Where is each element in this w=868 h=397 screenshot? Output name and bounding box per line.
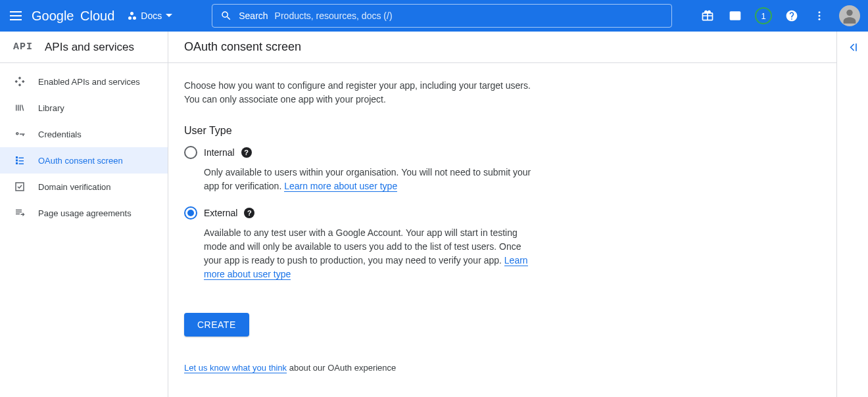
- sidebar-item-page-usage[interactable]: Page usage agreements: [0, 200, 168, 226]
- search-box[interactable]: Search: [212, 4, 672, 28]
- sidebar-item-enabled-apis[interactable]: Enabled APIs and services: [0, 68, 168, 95]
- sidebar: API APIs and services Enabled APIs and s…: [0, 32, 168, 397]
- content-body: Choose how you want to configure and reg…: [168, 63, 550, 388]
- collapse-icon[interactable]: [846, 41, 859, 56]
- avatar[interactable]: [839, 5, 860, 26]
- desc-external: Available to any test user with a Google…: [184, 226, 534, 281]
- main: OAuth consent screen Choose how you want…: [168, 32, 868, 397]
- collapse-panel: [836, 32, 868, 397]
- layout: API APIs and services Enabled APIs and s…: [0, 32, 868, 397]
- docs-dots-icon: [128, 11, 137, 20]
- radio-external[interactable]: [184, 206, 197, 220]
- link-internal-learn-more[interactable]: Learn more about user type: [284, 181, 397, 192]
- logo[interactable]: Google Cloud: [32, 9, 114, 24]
- feedback-row: Let us know what you think about our OAu…: [184, 363, 534, 373]
- feedback-link[interactable]: Let us know what you think: [184, 363, 287, 373]
- sidebar-item-label: Enabled APIs and services: [38, 77, 140, 87]
- chevron-down-icon: [166, 14, 172, 18]
- section-title: User Type: [184, 125, 534, 137]
- agreements-icon: [13, 206, 26, 220]
- svg-rect-4: [16, 183, 24, 191]
- cloud-shell-icon[interactable]: [727, 8, 743, 24]
- content-header: OAuth consent screen: [168, 32, 836, 63]
- search-input[interactable]: [275, 11, 664, 21]
- help-icon[interactable]: [784, 8, 800, 24]
- topbar-right: 1: [700, 5, 860, 26]
- docs-label: Docs: [141, 11, 162, 21]
- sidebar-header: API APIs and services: [0, 32, 168, 63]
- radio-row-external: External ?: [184, 206, 534, 220]
- consent-icon: [13, 154, 26, 167]
- verify-icon: [13, 180, 26, 193]
- svg-point-1: [819, 15, 821, 17]
- sidebar-item-domain-verification[interactable]: Domain verification: [0, 174, 168, 200]
- page-title: OAuth consent screen: [184, 40, 301, 54]
- gift-icon[interactable]: [700, 8, 715, 24]
- desc-internal: Only available to users within your orga…: [184, 166, 534, 193]
- sidebar-item-label: Domain verification: [38, 182, 111, 192]
- sidebar-item-label: Page usage agreements: [38, 208, 132, 218]
- option-internal: Internal ? Only available to users withi…: [184, 146, 534, 193]
- intro-text: Choose how you want to configure and reg…: [184, 79, 534, 106]
- api-logo: API: [13, 41, 33, 53]
- radio-row-internal: Internal ?: [184, 146, 534, 159]
- create-button[interactable]: CREATE: [184, 313, 249, 337]
- feedback-after: about our OAuth experience: [287, 363, 396, 373]
- sidebar-item-label: OAuth consent screen: [38, 156, 123, 166]
- svg-point-2: [819, 18, 821, 20]
- more-icon[interactable]: [811, 8, 827, 24]
- search-label: Search: [239, 11, 268, 21]
- radio-internal[interactable]: [184, 146, 197, 159]
- sidebar-item-label: Library: [38, 103, 64, 113]
- desc-external-text: Available to any test user with a Google…: [204, 227, 521, 266]
- svg-point-3: [846, 10, 852, 16]
- help-icon-internal[interactable]: ?: [241, 147, 252, 158]
- notification-count: 1: [761, 11, 765, 21]
- svg-point-0: [819, 11, 821, 13]
- logo-bold: Google: [32, 9, 74, 24]
- sidebar-item-label: Credentials: [38, 129, 82, 139]
- option-external: External ? Available to any test user wi…: [184, 206, 534, 281]
- topbar: Google Cloud Docs Search 1: [0, 0, 868, 32]
- help-icon-external[interactable]: ?: [244, 208, 254, 218]
- notification-badge[interactable]: 1: [755, 7, 772, 24]
- library-icon: [13, 101, 26, 114]
- content-column: OAuth consent screen Choose how you want…: [168, 32, 836, 397]
- key-icon: [13, 128, 26, 141]
- radio-label-internal: Internal: [204, 147, 235, 158]
- search-icon: [220, 10, 232, 22]
- sidebar-items: Enabled APIs and services Library Creden…: [0, 63, 168, 231]
- sidebar-title: APIs and services: [45, 41, 134, 54]
- menu-icon[interactable]: [8, 8, 24, 24]
- radio-label-external: External: [204, 208, 237, 218]
- sidebar-item-oauth-consent[interactable]: OAuth consent screen: [0, 147, 168, 174]
- logo-light: Cloud: [80, 9, 114, 24]
- sidebar-item-library[interactable]: Library: [0, 95, 168, 121]
- docs-dropdown[interactable]: Docs: [122, 11, 178, 21]
- diamond-icon: [13, 75, 26, 88]
- sidebar-item-credentials[interactable]: Credentials: [0, 121, 168, 147]
